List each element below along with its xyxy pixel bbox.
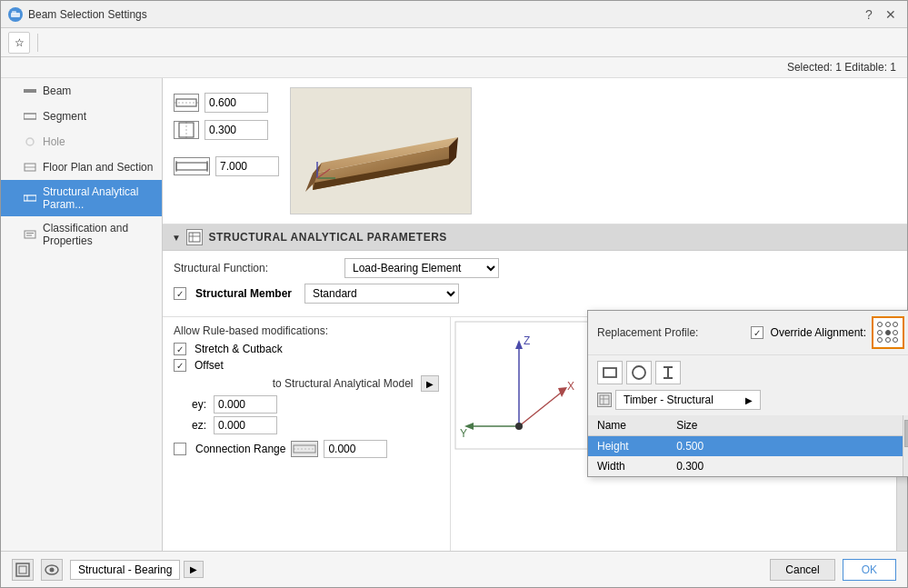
grid-dot-2: [885, 322, 891, 327]
sidebar-item-classification[interactable]: Classification and Properties: [1, 216, 162, 253]
profile-height-row[interactable]: Height 0.500: [588, 436, 908, 457]
svg-rect-49: [604, 368, 616, 377]
cancel-button[interactable]: Cancel: [770, 559, 834, 581]
bearing-dropdown: Structural - Bearing ▶: [70, 560, 204, 580]
bottom-right: Cancel OK: [770, 559, 896, 581]
replacement-panel: Replacement Profile: Override Alignment:: [587, 310, 908, 477]
analytical-model-button[interactable]: ▶: [421, 375, 439, 392]
rep-header: Replacement Profile: Override Alignment:: [588, 311, 908, 355]
selected-info: Selected: 1 Editable: 1: [1, 57, 907, 78]
beam-preview: [290, 87, 472, 214]
length-icon: [174, 157, 210, 175]
ok-button[interactable]: OK: [843, 559, 896, 581]
structural-icon: [23, 191, 37, 205]
bearing-dropdown-button[interactable]: ▶: [184, 561, 204, 578]
sidebar: Beam Segment Hole Floor Plan and Section: [1, 78, 163, 551]
height-input[interactable]: 0.300: [205, 120, 268, 140]
alignment-grid-button[interactable]: [872, 316, 904, 349]
stretch-row: Stretch & Cutback: [174, 343, 439, 355]
app-icon: [8, 7, 23, 22]
svg-rect-46: [19, 566, 26, 573]
length-input[interactable]: 7.000: [215, 156, 279, 176]
svg-rect-3: [24, 114, 36, 119]
toolbar-row: ☆: [1, 28, 907, 57]
circle-shape-button[interactable]: [626, 361, 652, 384]
svg-text:Y: Y: [460, 427, 467, 440]
structural-function-row: Structural Function: Load-Bearing Elemen…: [174, 258, 896, 278]
offset-checkbox[interactable]: [174, 359, 186, 372]
rep-header-right: Override Alignment:: [751, 316, 904, 349]
panel-scrollbar[interactable]: [903, 415, 908, 476]
bearing-label: Structural - Bearing: [70, 560, 180, 580]
rect-shape-button[interactable]: [597, 361, 623, 384]
bearing-icon[interactable]: [12, 559, 34, 581]
structural-member-row: Structural Member Standard: [174, 284, 896, 304]
width-icon: [174, 94, 199, 112]
connection-range-input[interactable]: 0.000: [324, 440, 387, 458]
i-shape-button[interactable]: [655, 361, 681, 384]
grid-dot-3: [893, 322, 898, 327]
beam-3d-svg: [294, 92, 467, 210]
svg-point-4: [26, 138, 34, 145]
toolbar-divider: [37, 34, 38, 52]
height-value-input[interactable]: 0.500: [676, 440, 904, 453]
ey-row: ey: 0.000: [192, 395, 439, 414]
override-alignment-checkbox[interactable]: [751, 326, 763, 339]
override-alignment-row: Override Alignment:: [751, 326, 866, 339]
section-toggle[interactable]: ▼: [172, 233, 181, 243]
beam-icon: [23, 84, 37, 98]
shape-buttons: [588, 355, 908, 390]
sidebar-item-beam[interactable]: Beam: [1, 78, 162, 104]
connection-range-icon: [291, 441, 318, 457]
timber-arrow-icon: ▶: [745, 395, 753, 405]
ez-input[interactable]: 0.000: [214, 416, 277, 434]
structural-function-select[interactable]: Load-Bearing Element: [344, 258, 499, 278]
svg-rect-27: [189, 233, 200, 242]
help-button[interactable]: ?: [860, 5, 878, 24]
profile-table-container: Name Size Height 0.500 Width 0.300: [588, 415, 908, 476]
svg-rect-1: [12, 11, 16, 14]
sidebar-item-segment[interactable]: Segment: [1, 104, 162, 129]
sidebar-item-structural[interactable]: Structural Analytical Param...: [1, 180, 162, 216]
title-bar-controls: ? ✕: [860, 5, 900, 24]
grid-dot-6: [893, 330, 898, 335]
sidebar-item-floor-plan[interactable]: Floor Plan and Section: [1, 154, 162, 180]
timber-row: Timber - Structural ▶: [588, 390, 908, 415]
profile-table-header: Name Size: [588, 415, 908, 436]
grid-dot-4: [877, 330, 883, 335]
structural-member-checkbox[interactable]: [174, 287, 186, 300]
length-row: 7.000: [174, 156, 279, 176]
profile-width-row[interactable]: Width 0.300: [588, 456, 908, 476]
close-button[interactable]: ✕: [882, 5, 900, 24]
segment-icon: [23, 109, 37, 124]
params-section: Structural Function: Load-Bearing Elemen…: [163, 251, 907, 317]
title-bar: Beam Selection Settings ? ✕: [1, 1, 907, 28]
offset-row: Offset: [174, 359, 439, 372]
svg-rect-9: [25, 231, 35, 238]
ey-input[interactable]: 0.000: [214, 395, 277, 414]
panel-scrollbar-thumb[interactable]: [904, 420, 909, 447]
window-title: Beam Selection Settings: [28, 8, 147, 21]
timber-structural-button[interactable]: Timber - Structural ▶: [615, 390, 761, 410]
grid-dot-8: [885, 337, 891, 343]
stretch-checkbox[interactable]: [174, 343, 186, 355]
structural-member-select[interactable]: Standard: [304, 284, 459, 304]
hole-icon: [23, 135, 37, 149]
svg-text:Z: Z: [524, 334, 530, 347]
eye-icon[interactable]: [41, 559, 63, 581]
height-row: 0.300: [174, 120, 279, 140]
allow-mods-label: Allow Rule-based modifications:: [174, 324, 439, 337]
classification-icon: [23, 227, 37, 242]
grid-dot-9: [893, 337, 898, 343]
timber-grid-icon: [597, 393, 612, 407]
connection-range-checkbox[interactable]: [174, 443, 186, 455]
width-row: 0.600: [174, 93, 279, 113]
width-input[interactable]: 0.600: [205, 93, 268, 113]
dimensions-col: 0.600 0.300: [174, 87, 279, 214]
floor-plan-icon: [23, 160, 37, 174]
svg-text:X: X: [567, 380, 574, 393]
lower-left: Allow Rule-based modifications: Stretch …: [163, 317, 450, 551]
star-icon: ☆: [15, 36, 25, 49]
svg-rect-54: [600, 395, 609, 404]
favorite-button[interactable]: ☆: [8, 32, 30, 54]
